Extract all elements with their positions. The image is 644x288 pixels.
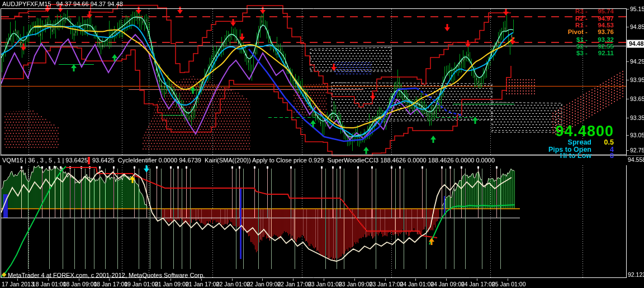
price-axis-tick: 94.85	[630, 23, 644, 30]
subchart-axis-max: 94.5584	[628, 156, 644, 163]
time-axis-tick	[232, 279, 233, 281]
time-axis-label: 21 Jan 17:00	[186, 281, 220, 287]
pivot-level-name: R2 -	[575, 15, 589, 22]
indicator-header-part: ▌	[88, 157, 92, 164]
time-axis-label: 25 Jan 01:00	[492, 281, 526, 287]
time-axis-label: 23 Jan 17:00	[370, 281, 404, 287]
price-axis-tick: 93.65	[630, 95, 644, 102]
alert-diamond-icon: ◆	[2, 271, 6, 278]
current-price-tag: 94.48	[627, 40, 644, 48]
time-axis-tick	[79, 279, 79, 281]
pivot-level-name: $1 -	[576, 36, 589, 43]
time-axis-label: 17 Jan 2013	[2, 281, 34, 287]
time-axis-label: 22 Jan 09:00	[247, 281, 281, 287]
indicator-header-part: 93.6425	[92, 157, 115, 164]
time-axis-label: 18 Jan 17:00	[93, 281, 127, 287]
price-axis-tick: 92.75	[630, 147, 644, 153]
panel-splitter[interactable]	[0, 155, 644, 156]
pivot-level-Pivot: Pivot - 93.76	[568, 28, 614, 35]
time-axis-label: 22 Jan 01:00	[216, 281, 250, 287]
pivot-level-R3: R3 - 95.74	[575, 8, 614, 15]
mt4-chart-window: AUDJPYFXF,M15 94.37 94.66 94.37 94.48 R3…	[0, 0, 644, 288]
indicator-header-part: SuperWoodieCCI3 188.4626 0.0000 188.4626…	[324, 157, 495, 164]
indicator-subchart[interactable]	[0, 165, 644, 279]
time-axis-tick	[446, 279, 447, 281]
time-axis-tick	[201, 279, 202, 281]
pivot-level-name: Pivot -	[568, 28, 589, 35]
time-axis-tick	[109, 279, 110, 281]
pivot-level-R2: R2 - 94.97	[575, 15, 614, 22]
pivot-level-value: 93.76	[589, 28, 614, 35]
time-axis-tick	[324, 279, 324, 281]
ohlc-readout: 94.37 94.66 94.37 94.48	[56, 1, 122, 7]
pivot-level-name: $3 -	[576, 50, 589, 56]
pivot-level-value: 92.11	[589, 50, 614, 56]
time-axis-tick	[262, 279, 263, 281]
subchart-axis-min: 92.1236	[628, 271, 644, 278]
time-axis-tick	[48, 279, 49, 281]
info-value: 8	[591, 152, 614, 160]
time-axis-tick	[140, 279, 140, 281]
time-axis-label: 24 Jan 17:00	[461, 281, 495, 287]
time-axis-label: 18 Jan 09:00	[63, 281, 97, 287]
indicator-header-part: VQM15 | 36 , 3 , 5 , 1 |	[2, 157, 65, 164]
pivot-level-s2: $2 - 92.55	[576, 43, 614, 50]
price-axis-tick: 95.15	[630, 6, 644, 12]
pivot-level-value: 95.74	[589, 8, 614, 15]
pivot-level-value: 94.97	[589, 15, 614, 22]
info-label: Hi to Low	[560, 152, 591, 160]
pivot-level-value: 92.55	[589, 43, 614, 50]
time-axis-tick	[293, 279, 293, 281]
time-axis-tick	[385, 279, 386, 281]
time-axis-tick	[17, 279, 18, 281]
price-axis-tick: 93.95	[630, 76, 644, 83]
main-price-chart[interactable]	[0, 0, 644, 156]
price-axis-tick: 93.05	[630, 132, 644, 138]
price-axis-tick: 93.35	[630, 114, 644, 121]
time-axis-label: 24 Jan 09:00	[430, 281, 465, 287]
time-axis-label: 18 Jan 01:00	[32, 281, 67, 287]
time-axis-tick	[508, 279, 508, 281]
status-bar-text: MetaTrader 4 at FOREX.com, c 2001-2012, …	[8, 272, 205, 279]
info-value: 0.5	[591, 138, 614, 146]
pivot-level-name: R3 -	[575, 8, 589, 15]
pivot-level-name: $2 -	[576, 43, 589, 50]
info-label: Spread	[568, 138, 591, 146]
time-axis-label: 19 Jan 01:00	[124, 281, 158, 287]
indicator-header-part: 93.6425	[65, 157, 88, 164]
current-price-readout: 94.4800	[555, 123, 614, 140]
chart-title: AUDJPYFXF,M15 94.37 94.66 94.37 94.48	[2, 1, 123, 7]
pivot-level-R1: R1 - 94.53	[575, 22, 614, 28]
indicator-values-header: VQM15 | 36 , 3 , 5 , 1 | 93.6425▌93.6425…	[2, 157, 495, 164]
time-axis-tick	[477, 279, 477, 281]
info-row-hi-to-low: Hi to Low8	[560, 152, 614, 160]
time-axis-label: 21 Jan 09:00	[155, 281, 189, 287]
pivot-level-value: 94.53	[589, 22, 614, 28]
info-row-spread: Spread0.5	[568, 138, 614, 146]
pivot-level-name: R1 -	[575, 22, 589, 28]
pivot-level-s1: $1 - 93.32	[576, 36, 614, 43]
time-axis-label: 23 Jan 09:00	[339, 281, 373, 287]
time-axis-label: 24 Jan 01:00	[400, 281, 434, 287]
price-axis-tick: 94.25	[630, 58, 644, 65]
indicator-header-part: Kairi(SMA((200)) Apply to Close price 0.…	[201, 157, 324, 164]
time-axis-tick	[415, 279, 416, 281]
symbol-timeframe: AUDJPYFXF,M15	[2, 1, 51, 7]
time-axis-label: 23 Jan 01:00	[308, 281, 342, 287]
time-axis-tick	[354, 279, 355, 281]
time-axis-tick	[171, 279, 171, 281]
pivot-level-s3: $3 - 92.11	[576, 50, 614, 56]
pivot-level-value: 93.32	[589, 36, 614, 43]
time-axis-label: 22 Jan 17:00	[277, 281, 311, 287]
indicator-header-part: CycleIdentifier 0.0000 94.6739	[115, 157, 201, 164]
